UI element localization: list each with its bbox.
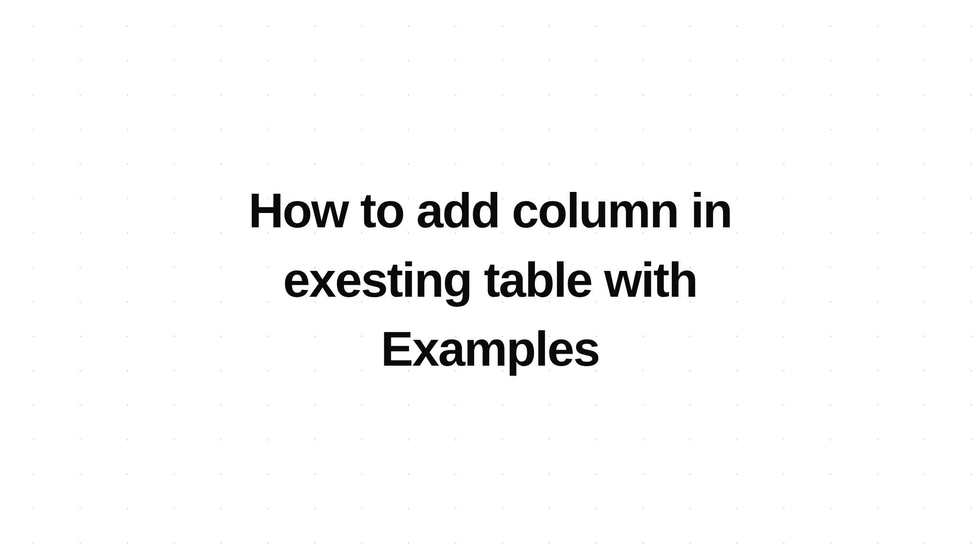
page-title: How to add column in exesting table with…	[246, 176, 734, 384]
title-container: How to add column in exesting table with…	[227, 176, 753, 384]
